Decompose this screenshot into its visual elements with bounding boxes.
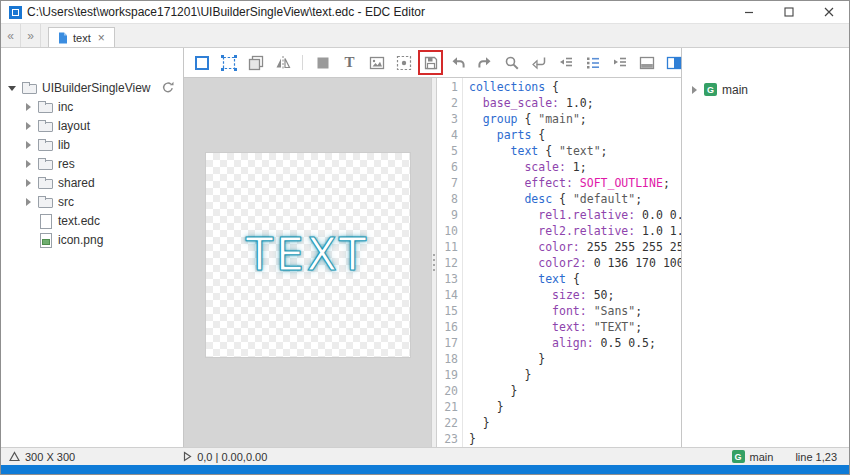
expander-down-icon[interactable] [8,83,17,92]
dashed-select-icon[interactable] [219,53,238,72]
save-icon[interactable] [421,53,440,72]
expander-right-icon[interactable] [24,178,33,187]
line-number: 2 [437,95,458,111]
code-line[interactable]: rel2.relative: 1.0 1.0; [469,223,681,239]
line-numbers-icon[interactable] [583,53,602,72]
code-line[interactable]: group { "main"; [469,111,681,127]
console-icon[interactable] [637,53,656,72]
line-number: 5 [437,143,458,159]
code-line[interactable]: } [469,367,681,383]
rect-part-icon[interactable] [313,53,332,72]
rect-outline-icon[interactable] [192,53,211,72]
duplicate-icon[interactable] [246,53,265,72]
code-line[interactable]: } [469,383,681,399]
code-line[interactable]: } [469,415,681,431]
tree-item-uibuildersingleview[interactable]: UIBuilderSingleView [1,78,183,97]
maximize-button[interactable] [769,1,809,23]
line-number: 8 [437,191,458,207]
line-number: 11 [437,239,458,255]
line-number: 6 [437,159,458,175]
tree-item-src[interactable]: src [1,192,183,211]
tree-item-layout[interactable]: layout [1,116,183,135]
pointer-icon [183,451,192,462]
code-line[interactable]: text: "TEXT"; [469,319,681,335]
code-line[interactable]: collections { [469,79,681,95]
split-view-icon[interactable] [664,53,683,72]
tree-item-label: layout [58,119,90,133]
tree-item-icon-png[interactable]: icon.png [1,230,183,249]
code-line[interactable]: } [469,431,681,447]
navigator-item-label: main [722,83,748,97]
code-line[interactable]: color2: 0 136 170 100; [469,255,681,271]
folder-icon [38,103,53,113]
code-line[interactable]: base_scale: 1.0; [469,95,681,111]
swallow-part-icon[interactable] [394,53,413,72]
code-editor[interactable]: 1234567891011121314151617181920212223 co… [437,78,681,447]
line-number: 20 [437,383,458,399]
text-part-icon[interactable]: T [340,53,359,72]
expander-right-icon[interactable] [24,140,33,149]
bottom-accent-bar [1,465,849,474]
tree-item-text-edc[interactable]: text.edc [1,211,183,230]
image-part-icon[interactable] [367,53,386,72]
file-tree: UIBuilderSingleViewinclayoutlibresshared… [1,78,183,249]
folder-icon [38,179,53,189]
mirror-icon[interactable] [273,53,292,72]
expander-right-icon[interactable] [24,197,33,206]
tree-item-lib[interactable]: lib [1,135,183,154]
redo-icon[interactable] [475,53,494,72]
app-icon [9,6,22,19]
line-number: 7 [437,175,458,191]
tree-item-shared[interactable]: shared [1,173,183,192]
tree-item-res[interactable]: res [1,154,183,173]
main-area: UIBuilderSingleViewinclayoutlibresshared… [1,48,849,447]
expander-right-icon[interactable] [24,159,33,168]
code-line[interactable]: text { "text"; [469,143,681,159]
expander-right-icon[interactable] [690,85,699,94]
folder-icon [38,160,53,170]
folder-icon [38,122,53,132]
undo-icon[interactable] [448,53,467,72]
code-line[interactable]: rel1.relative: 0.0 0.0; [469,207,681,223]
code-line[interactable]: desc { "default"; [469,191,681,207]
code-line[interactable]: effect: SOFT_OUTLINE; [469,175,681,191]
refresh-button[interactable] [161,80,176,95]
tree-item-inc[interactable]: inc [1,97,183,116]
code-line[interactable]: } [469,351,681,367]
live-view-canvas[interactable]: TEXT [184,78,431,447]
tab-forward-button[interactable]: » [21,24,41,47]
code-line[interactable]: text { [469,271,681,287]
view-size-status: 300 X 300 [9,451,75,463]
line-number: 9 [437,207,458,223]
expander-spacer [24,216,33,225]
navigator-item-main[interactable]: G main [682,80,849,99]
code-line[interactable]: size: 50; [469,287,681,303]
folder-icon [38,141,53,151]
expander-right-icon[interactable] [24,121,33,130]
indent-icon[interactable] [610,53,629,72]
expander-spacer [24,235,33,244]
close-icon [824,7,834,17]
code-line[interactable]: color: 255 255 255 255; [469,239,681,255]
find-icon[interactable] [502,53,521,72]
code-line[interactable]: font: "Sans"; [469,303,681,319]
code-line[interactable]: } [469,399,681,415]
folder-open-icon [22,84,37,94]
minimize-button[interactable] [729,1,769,23]
tab-text[interactable]: text × [48,27,115,47]
template-code-icon[interactable] [556,53,575,72]
code-line[interactable]: scale: 1; [469,159,681,175]
close-button[interactable] [809,1,849,23]
titlebar: C:\Users\test\workspace171201\UIBuilderS… [1,1,849,23]
code-line[interactable]: parts { [469,127,681,143]
tab-back-button[interactable]: « [1,24,21,47]
toolbar-separator [302,55,303,70]
preview-checkerboard[interactable]: TEXT [205,152,411,358]
tree-item-label: res [58,157,75,171]
goto-line-icon[interactable] [529,53,548,72]
code-area[interactable]: collections { base_scale: 1.0; group { "… [463,78,681,447]
tab-close-icon[interactable]: × [98,31,105,45]
window-title: C:\Users\test\workspace171201\UIBuilderS… [27,5,425,19]
code-line[interactable]: align: 0.5 0.5; [469,335,681,351]
expander-right-icon[interactable] [24,102,33,111]
